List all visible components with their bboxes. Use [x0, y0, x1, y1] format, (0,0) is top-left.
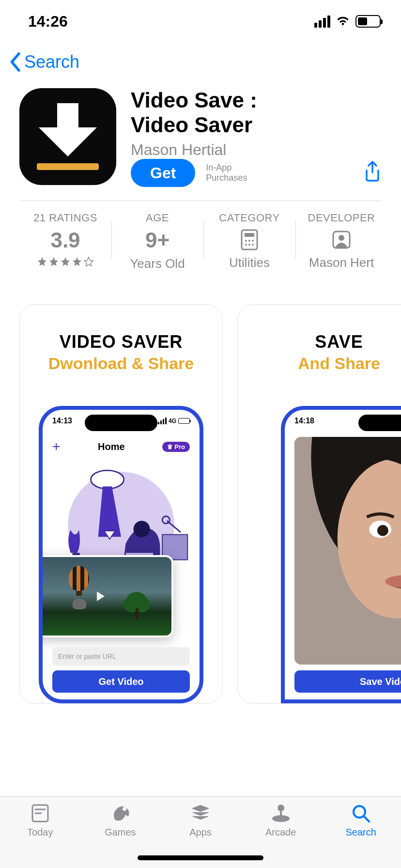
video-thumbnail: [39, 555, 173, 637]
info-strip[interactable]: 21 RATINGS 3.9 AGE 9+ Years Old CATEGORY…: [0, 201, 401, 285]
save-video-button: Save Vide: [294, 670, 401, 693]
info-category[interactable]: CATEGORY Utilities: [203, 212, 295, 271]
pro-badge: ♛ Pro: [162, 442, 190, 452]
back-button[interactable]: Search: [9, 52, 79, 72]
video-preview: [294, 437, 401, 665]
rating-stars: [37, 256, 94, 267]
app-subtitle: Mason Hertial: [131, 141, 382, 159]
svg-point-5: [245, 244, 247, 246]
svg-point-10: [91, 470, 124, 489]
status-indicators: [314, 15, 381, 28]
svg-point-20: [377, 525, 388, 536]
developer-icon: [332, 228, 351, 251]
screenshot-2[interactable]: SAVE And Share 14:18: [237, 304, 401, 704]
tab-today[interactable]: Today: [0, 803, 80, 868]
today-icon: [31, 803, 49, 824]
svg-point-6: [248, 244, 250, 246]
svg-point-15: [162, 516, 170, 524]
play-icon: [97, 591, 105, 601]
app-icon: [19, 88, 116, 185]
status-bar: 14:26: [0, 0, 401, 43]
download-arrow-icon: [39, 103, 97, 156]
get-video-button: Get Video: [52, 670, 190, 693]
home-indicator: [138, 855, 263, 860]
tab-bar: Today Games Apps Arcade Search: [0, 796, 401, 868]
svg-line-32: [364, 816, 369, 822]
games-icon: [110, 803, 130, 824]
url-input: Enter or paste URL: [52, 647, 190, 666]
phone-mock-2: 14:18 Save: [281, 406, 401, 703]
iap-label: In-App Purchases: [206, 163, 247, 184]
status-time: 14:26: [28, 13, 68, 31]
share-icon: [363, 161, 382, 183]
svg-point-7: [252, 244, 254, 246]
back-label: Search: [24, 52, 79, 72]
svg-point-30: [278, 805, 284, 811]
svg-point-27: [123, 807, 126, 811]
chevron-left-icon: [9, 52, 21, 72]
svg-point-9: [339, 235, 344, 241]
svg-point-2: [245, 240, 247, 242]
app-title: Video Save : Video Saver: [131, 88, 382, 137]
info-age[interactable]: AGE 9+ Years Old: [111, 212, 203, 271]
battery-icon: [355, 15, 381, 28]
svg-point-4: [252, 240, 254, 242]
wifi-icon: [335, 16, 351, 27]
category-icon: [241, 228, 258, 251]
illustration: [52, 458, 190, 570]
search-icon: [351, 803, 371, 824]
plus-icon: +: [52, 439, 60, 454]
app-header: Video Save : Video Saver Mason Hertial G…: [0, 81, 401, 201]
cellular-icon: [314, 16, 330, 28]
info-developer[interactable]: DEVELOPER Mason Hert: [295, 212, 387, 271]
screenshot-1[interactable]: VIDEO SAVER Dwonload & Share 14:13 4G + …: [19, 304, 223, 704]
svg-point-11: [134, 521, 150, 537]
screenshots[interactable]: VIDEO SAVER Dwonload & Share 14:13 4G + …: [0, 285, 401, 704]
svg-rect-1: [245, 233, 254, 237]
arcade-icon: [270, 803, 292, 824]
share-button[interactable]: [363, 161, 382, 185]
tab-search[interactable]: Search: [321, 803, 401, 868]
info-ratings[interactable]: 21 RATINGS 3.9: [19, 212, 111, 271]
get-button[interactable]: Get: [131, 159, 195, 187]
nav-bar: Search: [0, 43, 401, 81]
phone-mock-1: 14:13 4G + Home ♛ Pro: [39, 406, 203, 703]
svg-point-3: [248, 240, 250, 242]
apps-icon: [190, 803, 211, 824]
